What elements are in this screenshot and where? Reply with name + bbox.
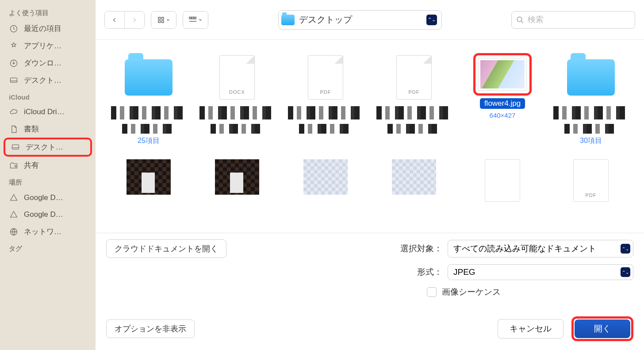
file-grid: 25項目 DOCX PDF PDF flower4.jpg 640×427 30… — [96, 40, 644, 233]
file-item-docx[interactable]: DOCX — [193, 53, 281, 155]
sidebar-item-desktop-fav[interactable]: デスクト… — [0, 72, 96, 89]
image-thumb — [478, 58, 527, 91]
file-item-r2-4[interactable] — [370, 159, 458, 233]
redacted-filename — [376, 106, 452, 119]
svg-rect-10 — [189, 17, 191, 19]
svg-rect-3 — [12, 145, 19, 149]
file-item-pdf-2[interactable]: PDF — [370, 53, 458, 155]
hide-options-button[interactable]: オプションを非表示 — [106, 319, 195, 338]
image-sequence-checkbox[interactable] — [427, 287, 437, 297]
sidebar-label: 共有 — [24, 160, 39, 170]
file-item-r2-5[interactable] — [458, 159, 547, 233]
redacted-filename — [387, 124, 441, 134]
apps-icon — [9, 41, 19, 51]
path-label: デスクトップ — [299, 14, 422, 26]
sidebar-item-google-d-1[interactable]: Google D… — [0, 189, 96, 206]
cancel-button[interactable]: キャンセル — [498, 319, 564, 338]
view-icon-button[interactable] — [151, 11, 176, 29]
sidebar-item-shared[interactable]: 共有 — [0, 157, 96, 174]
file-item-r2-3[interactable] — [281, 159, 370, 233]
format-select[interactable]: JPEG ⌃⌄ — [448, 264, 633, 280]
path-selector[interactable]: デスクトップ ⌃⌄ — [278, 10, 442, 30]
folder-icon — [125, 59, 172, 96]
section-header-locations: 場所 — [0, 174, 96, 189]
selected-filename: flower4.jpg — [480, 98, 525, 109]
clock-icon — [9, 24, 19, 34]
sidebar-item-documents[interactable]: 書類 — [0, 120, 96, 138]
open-button-highlight: 開く — [571, 316, 633, 341]
section-header-icloud: iCloud — [0, 89, 96, 104]
image-thumb — [303, 159, 348, 195]
svg-rect-8 — [158, 20, 161, 23]
item-count: 25項目 — [138, 136, 160, 146]
image-dimensions: 640×427 — [490, 112, 516, 119]
sidebar-item-desktop[interactable]: デスクト… — [4, 138, 92, 157]
download-icon — [9, 58, 19, 68]
file-item-r2-1[interactable] — [104, 159, 193, 233]
sidebar-label: デスクト… — [24, 75, 61, 85]
svg-point-13 — [517, 17, 522, 22]
sidebar-label: 最近の項目 — [24, 23, 61, 34]
select-value: JPEG — [453, 267, 475, 277]
sidebar-item-icloud-drive[interactable]: iCloud Dri… — [0, 104, 96, 120]
section-header-favorites: よく使う項目 — [0, 4, 96, 20]
forward-button[interactable] — [125, 12, 144, 28]
sidebar-item-applications[interactable]: アプリケ… — [0, 37, 96, 54]
redacted-filename — [122, 124, 175, 134]
disk-icon — [9, 193, 19, 203]
redacted-filename — [564, 124, 617, 134]
sidebar-item-google-d-2[interactable]: Google D… — [0, 206, 96, 223]
search-icon — [516, 16, 524, 24]
svg-rect-9 — [162, 20, 164, 23]
search-input[interactable] — [528, 15, 630, 24]
image-thumb — [126, 159, 171, 195]
file-item-folder-1[interactable]: 25項目 — [104, 53, 193, 155]
file-item-r2-6[interactable]: PDF — [547, 159, 635, 233]
selection-target-select[interactable]: すべての読み込み可能なドキュメント ⌃⌄ — [448, 240, 633, 258]
document-thumb: PDF — [308, 55, 343, 100]
folder-icon — [281, 15, 295, 25]
svg-rect-6 — [158, 17, 161, 19]
document-thumb: DOCX — [219, 55, 255, 100]
open-cloud-document-button[interactable]: クラウドドキュメントを開く — [106, 239, 226, 258]
footer: オプションを非表示 キャンセル 開く — [96, 310, 644, 350]
file-item-r2-2[interactable] — [193, 159, 281, 233]
sidebar-label: Google D… — [24, 210, 63, 219]
file-item-pdf-1[interactable]: PDF — [281, 53, 370, 155]
sidebar-section-favorites: よく使う項目 最近の項目 アプリケ… ダウンロ… デスクト… — [0, 4, 96, 89]
redacted-filename — [553, 106, 629, 119]
sidebar-label: 書類 — [24, 124, 39, 134]
svg-point-4 — [15, 165, 16, 167]
chevron-updown-icon: ⌃⌄ — [621, 267, 630, 277]
search-field[interactable] — [511, 11, 635, 29]
file-item-flower4[interactable]: flower4.jpg 640×427 — [458, 53, 547, 155]
sidebar-item-network[interactable]: ネットワ… — [0, 223, 96, 240]
image-sequence-label: 画像シーケンス — [442, 286, 501, 298]
redacted-filename — [299, 124, 352, 134]
select-value: すべての読み込み可能なドキュメント — [453, 243, 596, 254]
file-item-folder-2[interactable]: 30項目 — [547, 53, 635, 155]
image-thumb — [392, 159, 436, 195]
folder-icon — [567, 59, 615, 96]
svg-rect-2 — [11, 78, 17, 82]
image-thumb — [215, 159, 259, 195]
open-button[interactable]: 開く — [575, 319, 630, 338]
sidebar: よく使う項目 最近の項目 アプリケ… ダウンロ… デスクト… iCloud iC… — [0, 0, 96, 350]
sidebar-label: ダウンロ… — [24, 58, 61, 68]
toolbar: デスクトップ ⌃⌄ — [96, 0, 644, 40]
group-button[interactable] — [183, 11, 208, 29]
svg-rect-7 — [162, 17, 164, 19]
back-button[interactable] — [105, 12, 124, 28]
nav-group — [104, 11, 145, 29]
redacted-filename — [211, 124, 264, 134]
desktop-icon — [9, 76, 19, 85]
document-thumb — [485, 159, 520, 202]
svg-rect-11 — [192, 17, 194, 19]
section-header-tags: タグ — [0, 240, 96, 256]
sidebar-section-icloud: iCloud iCloud Dri… 書類 デスクト… 共有 — [0, 89, 96, 174]
sidebar-item-recents[interactable]: 最近の項目 — [0, 20, 96, 37]
redacted-filename — [111, 106, 186, 119]
sidebar-item-downloads[interactable]: ダウンロ… — [0, 54, 96, 72]
sidebar-label: アプリケ… — [24, 41, 61, 51]
selection-highlight — [473, 53, 532, 96]
